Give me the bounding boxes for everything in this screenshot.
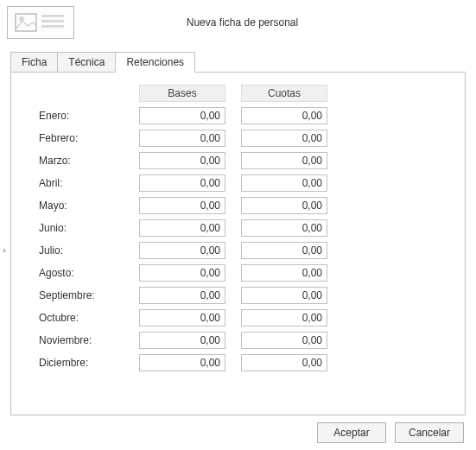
bases-input[interactable] [139,332,225,349]
svg-rect-3 [41,20,64,22]
bases-input[interactable] [139,130,225,147]
cuotas-input[interactable] [241,174,327,192]
row-label: Junio: [37,222,124,234]
row-label: Noviembre: [37,334,124,346]
bases-input[interactable] [139,287,225,304]
bases-input[interactable] [139,242,225,259]
bases-input[interactable] [139,309,225,326]
tab-tecnica[interactable]: Técnica [57,52,116,72]
dialog-title: Nueva ficha de personal [85,16,469,29]
bases-input[interactable] [139,107,225,124]
row-label: Marzo: [37,155,124,167]
row-label: Septiembre: [37,289,124,301]
dialog-header: Nueva ficha de personal [0,0,476,41]
row-label: Febrero: [37,132,124,144]
cuotas-input[interactable] [241,219,327,237]
svg-rect-2 [41,15,64,17]
cuotas-input[interactable] [241,287,327,304]
cuotas-input[interactable] [241,264,327,282]
cuotas-input[interactable] [241,309,327,326]
column-header-bases: Bases [139,85,225,102]
tab-bar: Ficha Técnica Retenciones [10,52,476,72]
bases-input[interactable] [139,152,225,169]
row-label: Abril: [37,177,124,189]
dialog-footer: Aceptar Cancelar [317,422,464,443]
cuotas-input[interactable] [241,107,327,124]
cuotas-input[interactable] [241,152,327,169]
cuotas-input[interactable] [241,354,327,371]
personnel-card-icon [7,6,74,39]
row-label: Octubre: [37,312,124,324]
bases-input[interactable] [139,174,225,192]
svg-rect-4 [41,25,64,28]
expand-handle-icon[interactable]: › [0,242,9,257]
row-label: Agosto: [37,267,124,279]
tab-panel-retenciones: BasesCuotasEnero:Febrero:Marzo:Abril:May… [10,72,466,415]
cuotas-input[interactable] [241,332,327,349]
bases-input[interactable] [139,264,225,282]
bases-input[interactable] [139,354,225,371]
bases-input[interactable] [139,219,225,237]
row-label: Mayo: [37,200,124,212]
column-header-spacer [37,85,124,102]
bases-input[interactable] [139,197,225,214]
row-label: Enero: [37,110,124,122]
cuotas-input[interactable] [241,197,327,214]
column-header-cuotas: Cuotas [241,85,327,102]
cuotas-input[interactable] [241,242,327,259]
row-label: Diciembre: [37,357,124,369]
tab-retenciones[interactable]: Retenciones [115,52,195,73]
row-label: Julio: [37,244,124,257]
cuotas-input[interactable] [241,130,327,147]
cancel-button[interactable]: Cancelar [395,422,464,443]
accept-button[interactable]: Aceptar [317,422,386,443]
tab-ficha[interactable]: Ficha [10,52,58,72]
